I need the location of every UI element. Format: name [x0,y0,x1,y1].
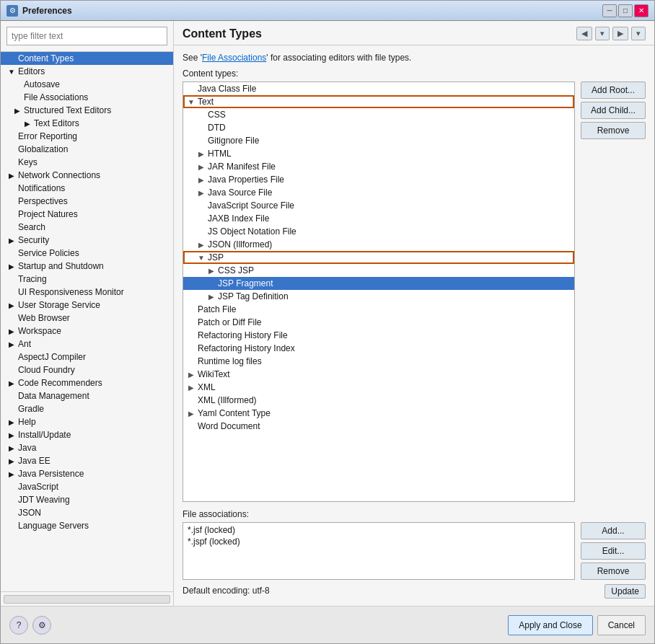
ct-item-refactoring-index[interactable]: Refactoring History Index [183,342,574,355]
file-associations-link[interactable]: File Associations [202,53,266,63]
ct-item-java-class[interactable]: Java Class File [183,82,574,95]
sidebar-item-javascript[interactable]: JavaScript [1,480,173,493]
sidebar-item-startup-shutdown[interactable]: ▶ Startup and Shutdown [1,260,173,273]
sidebar-item-label: Startup and Shutdown [18,261,104,271]
nav-dropdown-button[interactable]: ▾ [595,27,610,40]
sidebar-item-project-natures[interactable]: Project Natures [1,208,173,221]
sidebar-item-label: JSON [18,508,41,518]
sidebar-item-ui-responsiveness[interactable]: UI Responsiveness Monitor [1,286,173,299]
ct-item-jsp[interactable]: ▼ JSP [183,251,574,264]
navigation-tree: Content Types ▼ Editors Autosave File As… [1,51,173,591]
sidebar-item-java[interactable]: ▶ Java [1,441,173,454]
sidebar-item-structured-text[interactable]: ▶ Structured Text Editors [1,104,173,117]
sidebar-item-cloud-foundry[interactable]: Cloud Foundry [1,363,173,376]
sidebar-item-content-types[interactable]: Content Types [1,52,173,65]
sidebar-item-web-browser[interactable]: Web Browser [1,312,173,325]
sidebar-item-text-editors[interactable]: ▶ Text Editors [1,117,173,130]
ct-item-javascript-source[interactable]: JavaScript Source File [183,199,574,212]
minimize-button[interactable]: ─ [602,4,617,17]
ct-item-runtime-log[interactable]: Runtime log files [183,355,574,368]
ct-item-text[interactable]: ▼ Text [183,95,574,108]
sidebar-item-search[interactable]: Search [1,221,173,234]
sidebar-item-file-assoc[interactable]: File Associations [1,91,173,104]
close-button[interactable]: ✕ [634,4,649,17]
ct-item-css-jsp[interactable]: ▶ CSS JSP [183,264,574,277]
ct-item-dtd[interactable]: DTD [183,121,574,134]
sidebar-item-language-servers[interactable]: Language Servers [1,519,173,532]
ct-item-jaxb-index[interactable]: JAXB Index File [183,212,574,225]
sidebar-item-security[interactable]: ▶ Security [1,234,173,247]
ct-item-yaml-content[interactable]: ▶ Yaml Content Type [183,407,574,420]
file-assoc-list[interactable]: *.jsf (locked) *.jspf (locked) [183,522,575,580]
add-assoc-button[interactable]: Add... [581,522,646,539]
ct-item-jar-manifest[interactable]: ▶ JAR Manifest File [183,160,574,173]
ct-item-css[interactable]: CSS [183,108,574,121]
update-button[interactable]: Update [605,584,646,599]
ct-item-patch-file[interactable]: Patch File [183,303,574,316]
ct-item-js-object-notation[interactable]: JS Object Notation File [183,225,574,238]
ct-item-jsp-tag-def[interactable]: ▶ JSP Tag Definition [183,290,574,303]
description-prefix: See ' [183,53,202,63]
ct-item-gitignore[interactable]: Gitignore File [183,134,574,147]
remove-assoc-button[interactable]: Remove [581,563,646,580]
remove-ct-button[interactable]: Remove [581,122,646,139]
sidebar-item-label: JavaScript [18,482,58,492]
sidebar-item-tracing[interactable]: Tracing [1,273,173,286]
sidebar-item-globalization[interactable]: Globalization [1,143,173,156]
expander-icon: ▶ [6,326,17,336]
sidebar-item-code-recommenders[interactable]: ▶ Code Recommenders [1,376,173,389]
filter-input[interactable] [6,27,167,45]
ct-item-wikitext[interactable]: ▶ WikiText [183,368,574,381]
file-assoc-item[interactable]: *.jspf (locked) [186,536,571,547]
content-type-tree[interactable]: Java Class File ▼ Text CSS [183,81,575,502]
sidebar-item-help[interactable]: ▶ Help [1,415,173,428]
forward-button[interactable]: ▶ [612,27,628,40]
sidebar-item-java-ee[interactable]: ▶ Java EE [1,454,173,467]
sidebar-item-perspectives[interactable]: Perspectives [1,195,173,208]
ct-item-jsp-fragment[interactable]: JSP Fragment [183,277,574,290]
back-button[interactable]: ◀ [576,27,592,40]
apply-close-button[interactable]: Apply and Close [508,615,592,635]
sidebar-item-java-persistence[interactable]: ▶ Java Persistence [1,467,173,480]
file-assoc-item[interactable]: *.jsf (locked) [186,524,571,536]
sidebar-item-aspectj[interactable]: AspectJ Compiler [1,350,173,363]
sidebar-item-service-policies[interactable]: Service Policies [1,247,173,260]
file-assoc-label: File associations: [183,509,646,519]
expander-icon: ▶ [186,371,196,379]
sidebar-item-data-mgmt[interactable]: Data Management [1,389,173,402]
sidebar-item-keys[interactable]: Keys [1,156,173,169]
sidebar-item-notifications[interactable]: Notifications [1,182,173,195]
sidebar-item-user-storage[interactable]: ▶ User Storage Service [1,299,173,312]
edit-assoc-button[interactable]: Edit... [581,542,646,560]
sidebar-item-network-connections[interactable]: ▶ Network Connections [1,169,173,182]
ct-item-refactoring-history[interactable]: Refactoring History File [183,329,574,342]
add-child-button[interactable]: Add Child... [581,102,646,119]
sidebar-item-workspace[interactable]: ▶ Workspace [1,325,173,338]
sidebar-item-autosave[interactable]: Autosave [1,78,173,91]
sidebar-item-editors[interactable]: ▼ Editors [1,65,173,78]
settings-button[interactable]: ⚙ [32,616,51,635]
ct-item-patch-diff[interactable]: Patch or Diff File [183,316,574,329]
ct-item-xml-illformed[interactable]: XML (Illformed) [183,394,574,407]
sidebar-item-gradle[interactable]: Gradle [1,402,173,415]
cancel-button[interactable]: Cancel [597,615,646,635]
ct-item-label: JAR Manifest File [208,162,276,172]
sidebar-item-json[interactable]: JSON [1,506,173,519]
help-button[interactable]: ? [9,616,28,635]
horizontal-scrollbar[interactable] [4,595,170,604]
nav-menu-button[interactable]: ▾ [631,27,646,40]
preferences-window: ⚙ Preferences ─ □ ✕ Content Types ▼ Edit… [0,0,655,644]
ct-item-word-doc[interactable]: Word Document [183,420,574,433]
ct-item-java-source[interactable]: ▶ Java Source File [183,186,574,199]
ct-item-java-properties[interactable]: ▶ Java Properties File [183,173,574,186]
maximize-button[interactable]: □ [618,4,633,17]
ct-item-html[interactable]: ▶ HTML [183,147,574,160]
sidebar-item-jdt-weaving[interactable]: JDT Weaving [1,493,173,506]
sidebar-item-error-reporting[interactable]: Error Reporting [1,130,173,143]
ct-item-xml[interactable]: ▶ XML [183,381,574,394]
ct-item-json-illformed[interactable]: ▶ JSON (Illformed) [183,238,574,251]
expander-icon: ▶ [6,339,17,349]
add-root-button[interactable]: Add Root... [581,81,646,99]
sidebar-item-ant[interactable]: ▶ Ant [1,338,173,350]
sidebar-item-install-update[interactable]: ▶ Install/Update [1,428,173,441]
